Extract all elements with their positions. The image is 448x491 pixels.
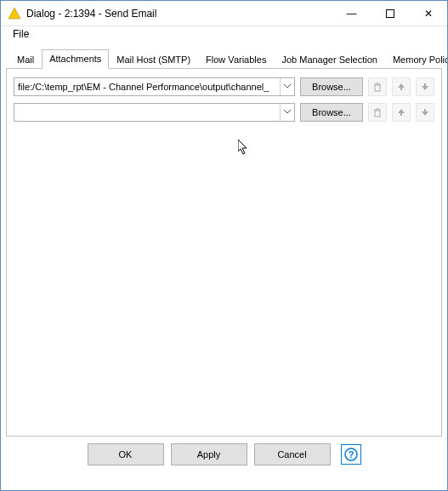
file-path-combo[interactable] [14, 77, 295, 96]
chevron-down-icon [284, 84, 291, 89]
svg-rect-9 [375, 111, 380, 117]
svg-marker-12 [398, 109, 405, 113]
tab-memory-policy[interactable]: Memory Policy [385, 50, 448, 69]
attachment-row: Browse... [14, 77, 434, 96]
minimize-button[interactable]: — [332, 1, 371, 26]
move-down-button[interactable] [416, 77, 434, 96]
delete-button[interactable] [368, 103, 387, 122]
svg-rect-6 [400, 88, 402, 90]
trash-icon [372, 107, 383, 117]
minimize-icon: — [347, 8, 357, 20]
close-button[interactable]: ✕ [409, 1, 447, 26]
ok-button[interactable]: OK [88, 443, 164, 465]
chevron-down-icon [284, 110, 291, 115]
menubar: File [1, 26, 447, 43]
window-title: Dialog - 2:1394 - Send Email [26, 8, 332, 20]
svg-rect-13 [400, 113, 402, 116]
svg-marker-14 [422, 111, 428, 116]
help-icon: ? [344, 448, 358, 461]
svg-rect-8 [424, 83, 426, 86]
tab-attachments[interactable]: Attachments [42, 49, 109, 69]
file-path-input[interactable] [14, 104, 280, 121]
maximize-button[interactable] [371, 1, 409, 26]
svg-marker-5 [398, 83, 405, 88]
arrow-down-icon [421, 108, 429, 117]
content: Mail Attachments Mail Host (SMTP) Flow V… [1, 43, 447, 479]
browse-button[interactable]: Browse... [300, 77, 363, 96]
cancel-button[interactable]: Cancel [254, 443, 331, 465]
trash-icon [372, 82, 383, 92]
browse-button[interactable]: Browse... [300, 103, 363, 122]
delete-button[interactable] [368, 77, 387, 96]
arrow-up-icon [397, 108, 405, 117]
apply-button[interactable]: Apply [171, 443, 247, 465]
svg-text:?: ? [348, 449, 354, 460]
help-button[interactable]: ? [341, 444, 361, 465]
svg-rect-1 [386, 9, 394, 17]
maximize-icon [386, 9, 394, 18]
dialog-footer: OK Apply Cancel ? [6, 437, 442, 474]
arrow-up-icon [397, 83, 405, 91]
tab-flow-variables[interactable]: Flow Variables [198, 50, 274, 69]
move-down-button[interactable] [416, 103, 434, 122]
close-icon: ✕ [424, 8, 433, 20]
menu-file[interactable]: File [8, 26, 34, 42]
svg-marker-0 [9, 8, 20, 19]
svg-marker-7 [422, 86, 428, 90]
arrow-down-icon [421, 83, 429, 91]
tab-mailhost[interactable]: Mail Host (SMTP) [109, 50, 198, 69]
file-path-combo[interactable] [14, 103, 295, 122]
move-up-button[interactable] [392, 103, 411, 122]
dropdown-button[interactable] [280, 104, 294, 121]
tab-strip: Mail Attachments Mail Host (SMTP) Flow V… [6, 49, 442, 69]
attachment-row: Browse... [14, 103, 434, 122]
titlebar: Dialog - 2:1394 - Send Email — ✕ [1, 1, 447, 26]
tab-mail[interactable]: Mail [9, 50, 42, 69]
move-up-button[interactable] [392, 77, 411, 96]
svg-rect-15 [424, 109, 426, 111]
file-path-input[interactable] [14, 78, 280, 95]
dropdown-button[interactable] [280, 78, 294, 95]
attachments-panel: Browse... Browse... [6, 69, 442, 437]
svg-rect-2 [375, 85, 380, 91]
tab-job-manager[interactable]: Job Manager Selection [274, 50, 385, 69]
app-icon [8, 7, 21, 20]
